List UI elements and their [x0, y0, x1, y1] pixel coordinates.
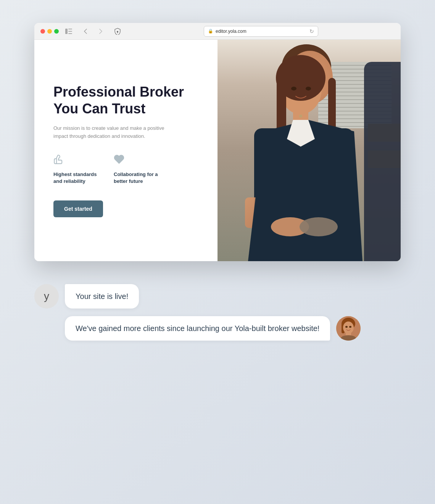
- forward-button[interactable]: [95, 26, 106, 37]
- svg-rect-3: [68, 33, 72, 34]
- hero-title: Professional Broker You Can Trust: [53, 84, 198, 116]
- heart-icon: [114, 154, 163, 167]
- svg-point-20: [345, 326, 348, 328]
- feature-cards: Highest standards and reliability Collab…: [53, 154, 198, 185]
- svg-point-4: [117, 31, 118, 32]
- bubble-text-1: Your site is live!: [76, 292, 128, 300]
- dot-yellow[interactable]: [47, 29, 52, 34]
- url-text: editor.yola.com: [216, 29, 246, 34]
- browser-content: Professional Broker You Can Trust Our mi…: [34, 40, 401, 261]
- feature-card-1: Highest standards and reliability: [53, 154, 103, 185]
- bubble-2: We've gained more clients since launchin…: [65, 316, 330, 341]
- lock-icon: 🔒: [208, 29, 213, 34]
- person-shirt: [282, 135, 320, 168]
- dot-green[interactable]: [54, 29, 59, 34]
- chat-bubble-yola: y Your site is live!: [34, 284, 401, 309]
- sidebar-icon[interactable]: [63, 27, 74, 36]
- svg-rect-0: [65, 29, 68, 34]
- privacy-icon: [112, 26, 123, 37]
- feature-card-2: Collaborating for a better future: [114, 154, 163, 185]
- browser-dots: [40, 29, 59, 34]
- bubble-1: Your site is live!: [65, 284, 139, 309]
- svg-rect-1: [68, 29, 72, 29]
- chat-section: y Your site is live! We've gained more c…: [34, 276, 401, 348]
- address-bar[interactable]: 🔒 editor.yola.com ↻: [127, 26, 395, 37]
- hero-description: Our mission is to create value and make …: [53, 124, 168, 141]
- user-avatar: [336, 316, 361, 341]
- person-head: [287, 51, 333, 104]
- svg-point-21: [349, 326, 351, 328]
- feature-label-2: Collaborating for a better future: [114, 171, 163, 185]
- svg-point-19: [343, 321, 354, 334]
- yola-avatar: y: [34, 284, 59, 309]
- reload-icon[interactable]: ↻: [309, 28, 314, 34]
- bubble-text-2: We've gained more clients since launchin…: [76, 324, 319, 333]
- browser-toolbar: 🔒 editor.yola.com ↻: [34, 23, 401, 40]
- handshake-area: [245, 197, 321, 228]
- svg-rect-2: [68, 31, 72, 32]
- thumbsup-icon: [53, 154, 103, 167]
- back-button[interactable]: [80, 26, 91, 37]
- hero-image-area: [218, 40, 401, 261]
- second-person-figure: [364, 62, 401, 261]
- dot-red[interactable]: [40, 29, 45, 34]
- hero-photo: [218, 40, 401, 261]
- hero-left: Professional Broker You Can Trust Our mi…: [34, 40, 218, 261]
- get-started-button[interactable]: Get started: [53, 200, 103, 217]
- browser-window: 🔒 editor.yola.com ↻ Professional Broker …: [34, 23, 401, 261]
- chat-bubble-user: We've gained more clients since launchin…: [34, 316, 401, 341]
- feature-label-1: Highest standards and reliability: [53, 171, 103, 185]
